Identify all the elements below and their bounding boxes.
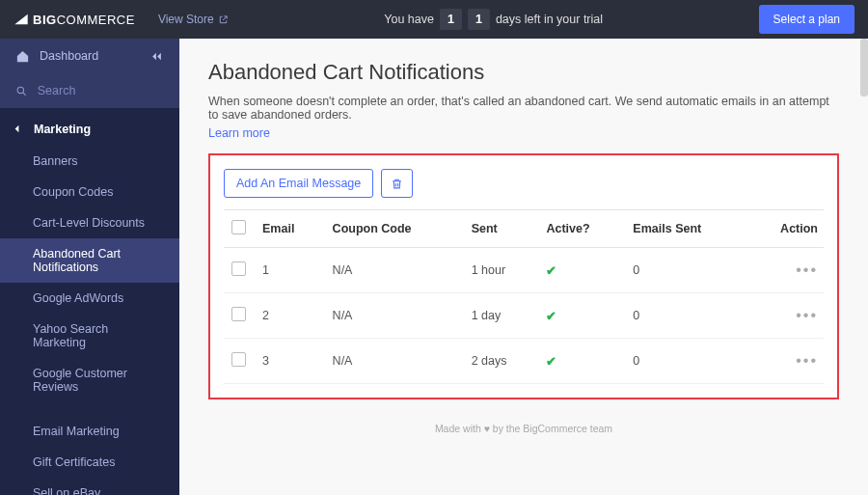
- sidebar-item-email-marketing[interactable]: Email Marketing: [0, 416, 179, 447]
- trial-digit-1: 1: [440, 9, 462, 30]
- col-active: Active?: [538, 210, 625, 248]
- row-checkbox[interactable]: [231, 352, 246, 367]
- sidebar-item-yahoo-search[interactable]: Yahoo Search Marketing: [0, 314, 179, 358]
- dashboard-label: Dashboard: [40, 49, 98, 63]
- logo-text-suffix: COMMERCE: [57, 13, 135, 27]
- sidebar-item-google-adwords[interactable]: Google AdWords: [0, 283, 179, 314]
- col-coupon: Coupon Code: [325, 210, 464, 248]
- row-actions-menu[interactable]: •••: [796, 261, 818, 278]
- page-description: When someone doesn't complete an order, …: [208, 95, 839, 122]
- check-icon: ✔: [546, 264, 556, 278]
- scrollbar[interactable]: [860, 39, 868, 96]
- check-icon: ✔: [546, 310, 556, 323]
- sidebar-item-gift-certificates[interactable]: Gift Certificates: [0, 447, 179, 478]
- cell-email: 2: [255, 293, 325, 339]
- search-input[interactable]: [38, 84, 164, 97]
- cell-coupon: N/A: [325, 293, 464, 339]
- home-icon: [15, 49, 30, 64]
- view-store-link[interactable]: View Store: [158, 13, 229, 26]
- external-link-icon: [218, 14, 229, 25]
- row-actions-menu[interactable]: •••: [796, 352, 818, 369]
- sidebar-item-sell-ebay[interactable]: Sell on eBay: [0, 478, 179, 495]
- footer-suffix: by the BigCommerce team: [490, 423, 612, 434]
- select-plan-button[interactable]: Select a plan: [759, 5, 854, 34]
- col-emails-sent: Emails Sent: [625, 210, 748, 248]
- trial-suffix: days left in your trial: [496, 13, 603, 26]
- col-email: Email: [255, 210, 325, 248]
- sidebar-search[interactable]: [15, 73, 164, 108]
- notifications-panel: Add An Email Message Email Coupon Code S…: [208, 153, 839, 399]
- cell-email: 3: [255, 339, 325, 384]
- trash-icon: [391, 178, 403, 190]
- add-email-button[interactable]: Add An Email Message: [224, 169, 373, 198]
- sidebar-item-abandoned-cart[interactable]: Abandoned Cart Notifications: [0, 238, 179, 283]
- cell-email: 1: [255, 248, 325, 293]
- trial-banner: You have 1 1 days left in your trial: [384, 9, 603, 30]
- cell-emails-sent: 0: [625, 248, 748, 293]
- row-checkbox[interactable]: [231, 307, 246, 321]
- learn-more-link[interactable]: Learn more: [208, 126, 270, 140]
- brand-logo: BIGCOMMERCE: [14, 12, 135, 27]
- table-row: 3 N/A 2 days ✔ 0 •••: [224, 339, 824, 384]
- sidebar-item-google-reviews[interactable]: Google Customer Reviews: [0, 358, 179, 402]
- section-label: Marketing: [34, 123, 91, 136]
- cell-active: ✔: [538, 339, 625, 384]
- table-row: 1 N/A 1 hour ✔ 0 •••: [224, 248, 824, 293]
- trial-prefix: You have: [384, 13, 434, 26]
- footer-prefix: Made with: [435, 423, 484, 434]
- search-icon: [15, 84, 28, 98]
- logo-text-prefix: BIG: [33, 13, 57, 27]
- sidebar-dashboard[interactable]: Dashboard: [15, 39, 164, 73]
- cell-sent: 2 days: [464, 339, 539, 384]
- cell-emails-sent: 0: [625, 339, 748, 384]
- page-title: Abandoned Cart Notifications: [208, 60, 839, 85]
- cell-coupon: N/A: [325, 248, 464, 293]
- table-row: 2 N/A 1 day ✔ 0 •••: [224, 293, 824, 339]
- sidebar: Dashboard Marketing Banners Coupon Codes…: [0, 39, 179, 495]
- delete-button[interactable]: [381, 169, 413, 198]
- main-content: Abandoned Cart Notifications When someon…: [179, 39, 868, 495]
- svg-point-0: [17, 87, 23, 93]
- logo-icon: [14, 12, 29, 27]
- collapse-icon[interactable]: [149, 49, 164, 64]
- cell-coupon: N/A: [325, 339, 464, 384]
- table-header-row: Email Coupon Code Sent Active? Emails Se…: [224, 210, 824, 248]
- sidebar-section-marketing[interactable]: Marketing: [0, 108, 179, 146]
- trial-digit-2: 1: [468, 9, 490, 30]
- col-action: Action: [748, 210, 824, 248]
- cell-sent: 1 hour: [464, 248, 539, 293]
- cell-emails-sent: 0: [625, 293, 748, 339]
- select-all-checkbox[interactable]: [231, 220, 246, 234]
- row-actions-menu[interactable]: •••: [796, 307, 818, 323]
- footer-note: Made with ♥ by the BigCommerce team: [208, 423, 839, 434]
- panel-toolbar: Add An Email Message: [224, 169, 824, 198]
- sidebar-items: Banners Coupon Codes Cart-Level Discount…: [0, 146, 179, 495]
- chevron-left-icon: [10, 122, 24, 136]
- check-icon: ✔: [546, 355, 556, 369]
- view-store-label: View Store: [158, 13, 214, 26]
- cell-active: ✔: [538, 248, 625, 293]
- cell-sent: 1 day: [464, 293, 539, 339]
- topbar: BIGCOMMERCE View Store You have 1 1 days…: [0, 0, 868, 39]
- row-checkbox[interactable]: [231, 261, 246, 276]
- col-sent: Sent: [464, 210, 539, 248]
- sidebar-item-cart-discounts[interactable]: Cart-Level Discounts: [0, 207, 179, 238]
- sidebar-item-banners[interactable]: Banners: [0, 146, 179, 177]
- email-table: Email Coupon Code Sent Active? Emails Se…: [224, 209, 824, 384]
- cell-active: ✔: [538, 293, 625, 339]
- sidebar-item-coupon-codes[interactable]: Coupon Codes: [0, 177, 179, 207]
